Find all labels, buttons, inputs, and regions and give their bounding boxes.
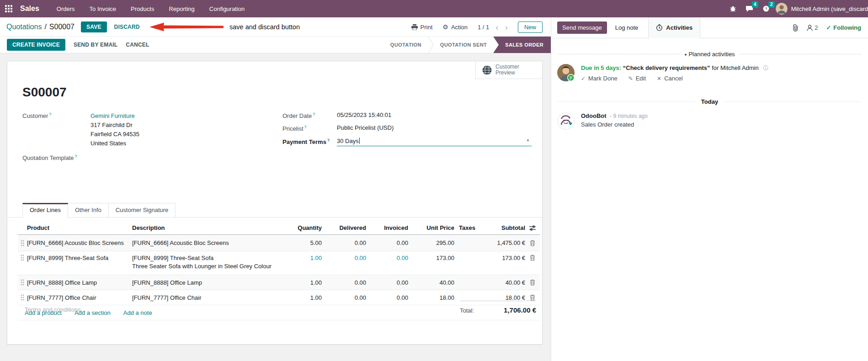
- globe-icon: [482, 65, 492, 75]
- cell-delivered: 0.00: [322, 279, 366, 286]
- col-taxes[interactable]: Taxes: [454, 224, 482, 231]
- app-name[interactable]: Sales: [20, 5, 39, 13]
- send-message-button[interactable]: Send message: [557, 21, 607, 34]
- delete-row-icon[interactable]: [525, 255, 540, 261]
- drag-handle-icon[interactable]: [18, 294, 27, 301]
- send-by-email-button[interactable]: SEND BY EMAIL: [74, 42, 117, 48]
- delete-row-icon[interactable]: [525, 294, 540, 301]
- drag-handle-icon[interactable]: [18, 240, 27, 246]
- control-panel: Quotations / S00007 SAVE DISCARD save an…: [0, 17, 551, 37]
- table-row[interactable]: [FURN_6666] Acoustic Bloc Screens [FURN_…: [18, 235, 540, 251]
- pricelist-label: Pricelist?: [282, 124, 337, 132]
- activities-clock-icon[interactable]: 2: [759, 0, 773, 17]
- nav-menu-configuration[interactable]: Configuration: [204, 1, 250, 16]
- quotation-template-input[interactable]: [91, 154, 260, 161]
- new-button[interactable]: New: [518, 21, 543, 33]
- attachment-paperclip-icon[interactable]: [792, 24, 799, 32]
- cell-invoiced: 0.00: [366, 279, 408, 286]
- tab-order-lines[interactable]: Order Lines: [22, 203, 68, 218]
- nav-menu-to-invoice[interactable]: To Invoice: [84, 1, 122, 16]
- action-button[interactable]: ⚙ Action: [442, 23, 468, 31]
- help-icon: ?: [49, 112, 51, 117]
- breadcrumb-quotations-link[interactable]: Quotations: [6, 23, 42, 31]
- tab-customer-signature[interactable]: Customer Signature: [109, 203, 176, 218]
- add-a-note-link[interactable]: Add a note: [123, 309, 152, 316]
- delete-row-icon[interactable]: [525, 240, 540, 246]
- followers-button[interactable]: 2: [807, 24, 818, 31]
- payment-terms-input[interactable]: 30 Days ▼: [337, 138, 532, 146]
- user-name: Mitchell Admin (save_discard: [791, 5, 868, 12]
- order-title: S00007: [22, 85, 542, 100]
- nav-menu-orders[interactable]: Orders: [51, 1, 80, 16]
- messages-icon[interactable]: 4: [743, 0, 756, 17]
- stage-quotation[interactable]: QUOTATION: [384, 42, 428, 48]
- col-invoiced[interactable]: Invoiced: [366, 224, 408, 231]
- activities-tab[interactable]: Activities: [648, 17, 700, 38]
- table-row[interactable]: [FURN_8999] Three-Seat Sofa [FURN_8999] …: [18, 251, 540, 275]
- customer-preview-button[interactable]: Customer Preview: [475, 61, 542, 79]
- dropdown-caret-icon[interactable]: ▼: [526, 138, 530, 143]
- cell-unit-price: 173.00: [408, 255, 454, 261]
- chatter-panel: Send message Log note Activities 2 ✓ Fol…: [551, 17, 868, 361]
- table-header-row: Product Description Quantity Delivered I…: [18, 221, 540, 235]
- cell-subtotal: 18.00 €: [482, 294, 525, 301]
- save-button[interactable]: SAVE: [81, 21, 107, 32]
- message-author[interactable]: OdooBot: [581, 112, 607, 119]
- cell-unit-price: 40.00: [408, 279, 454, 286]
- cancel-activity-button[interactable]: ✕Cancel: [657, 75, 683, 82]
- drag-handle-icon[interactable]: [18, 255, 27, 261]
- table-row[interactable]: [FURN_8888] Office Lamp [FURN_8888] Offi…: [18, 275, 540, 290]
- apps-grid-icon[interactable]: [0, 5, 17, 12]
- edit-activity-button[interactable]: ✎Edit: [628, 75, 646, 82]
- pager-next-icon[interactable]: ›: [505, 23, 508, 32]
- activity-summary: “Check delivery requirements”: [623, 64, 710, 71]
- print-button[interactable]: Print: [411, 24, 433, 31]
- create-invoice-button[interactable]: CREATE INVOICE: [7, 39, 65, 51]
- drag-handle-icon[interactable]: [18, 279, 27, 286]
- stage-chevron-icon: [428, 37, 434, 53]
- user-avatar: [776, 3, 788, 15]
- help-icon: ?: [304, 125, 307, 129]
- col-unit-price[interactable]: Unit Price: [408, 224, 454, 231]
- discard-button[interactable]: DISCARD: [114, 24, 140, 30]
- form-sheet: Customer Preview S00007 Customer? Gemini…: [7, 61, 543, 345]
- order-date-value[interactable]: 05/25/2023 15:40:01: [337, 111, 532, 119]
- cell-delivered: 0.00: [322, 239, 366, 246]
- delete-row-icon[interactable]: [525, 279, 540, 286]
- customer-link[interactable]: Gemini Furniture: [91, 111, 260, 121]
- col-subtotal[interactable]: Subtotal: [482, 224, 525, 231]
- notebook-tabs: Order Lines Other Info Customer Signatur…: [22, 203, 542, 218]
- planned-activities-toggle[interactable]: ▾Planned activities: [680, 51, 739, 58]
- col-product[interactable]: Product: [27, 224, 132, 231]
- terms-and-conditions-input[interactable]: Terms and conditions...: [25, 306, 86, 313]
- mark-done-button[interactable]: ✓Mark Done: [581, 75, 618, 82]
- pager-count: 1 / 1: [478, 24, 489, 31]
- pager-previous-icon[interactable]: ‹: [495, 23, 498, 32]
- message-timestamp: - 9 minutes ago: [610, 113, 648, 119]
- address-line: Fairfield CA 94535: [91, 130, 260, 139]
- stage-quotation-sent[interactable]: QUOTATION SENT: [434, 42, 493, 48]
- log-note-button[interactable]: Log note: [615, 24, 639, 31]
- cell-description: [FURN_8888] Office Lamp: [132, 279, 278, 286]
- cell-invoiced: 0.00: [366, 239, 408, 246]
- cancel-button[interactable]: CANCEL: [126, 42, 149, 48]
- user-menu[interactable]: Mitchell Admin (save_discard: [776, 3, 868, 15]
- debug-bug-icon[interactable]: [726, 0, 740, 17]
- stage-sales-order-active[interactable]: SALES ORDER: [493, 37, 551, 53]
- tab-other-info[interactable]: Other Info: [68, 203, 109, 218]
- optional-columns-icon[interactable]: [525, 225, 540, 231]
- nav-menu-products[interactable]: Products: [125, 1, 160, 16]
- order-date-label: Order Date?: [282, 111, 337, 119]
- col-description[interactable]: Description: [132, 224, 278, 231]
- info-icon[interactable]: ⓘ: [763, 65, 768, 71]
- today-label: Today: [696, 98, 724, 105]
- col-delivered[interactable]: Delivered: [322, 224, 366, 231]
- check-icon: ✓: [826, 24, 831, 31]
- following-toggle[interactable]: ✓ Following: [826, 24, 861, 31]
- col-quantity[interactable]: Quantity: [278, 224, 322, 231]
- help-icon: ?: [75, 154, 77, 159]
- cell-invoiced: 0.00: [366, 255, 408, 261]
- cell-subtotal: 1,475.00 €: [482, 239, 525, 246]
- pricelist-value[interactable]: Public Pricelist (USD): [337, 124, 532, 132]
- nav-menu-reporting[interactable]: Reporting: [163, 1, 200, 16]
